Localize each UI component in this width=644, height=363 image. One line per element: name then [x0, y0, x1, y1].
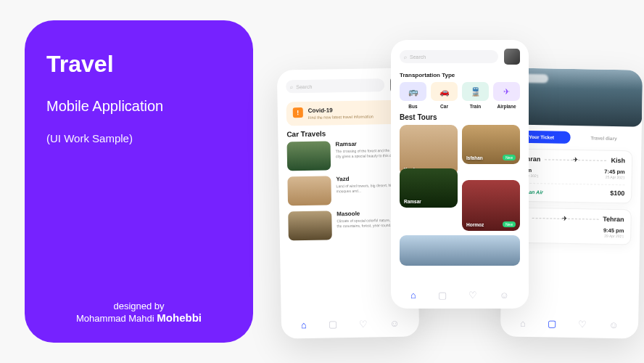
trip-card[interactable]: Ramsar The crossing of the forest and th…: [287, 140, 408, 171]
nav-home-icon[interactable]: ⌂: [301, 319, 307, 330]
transport-label: Car: [431, 104, 458, 109]
promo-tag: (UI Work Sample): [46, 132, 231, 144]
search-placeholder: Search: [296, 83, 312, 89]
search-input[interactable]: ⌕ Search: [286, 78, 384, 93]
arr-date: 25 Apr 2021: [604, 175, 624, 179]
transport-bus[interactable]: 🚌: [400, 82, 426, 101]
tour-card[interactable]: Ramsar: [400, 168, 458, 208]
arr-time: 7:45 pm: [604, 168, 625, 175]
transport-label: Train: [462, 104, 489, 109]
ticket-card[interactable]: ish ✈ Tehran 9:45 pm 29 Apr 2021: [511, 208, 632, 245]
nav-home-icon[interactable]: ⌂: [410, 290, 416, 301]
section-transportation: Transportation Type: [400, 72, 520, 78]
credit-block: designed by Mohammad Mahdi Mohebbi: [46, 301, 231, 324]
covid-desc: Find the new latest travel information: [308, 114, 373, 120]
credit-prefix: designed by: [46, 301, 231, 311]
phone-best-tours: ⌕ Search Transportation Type 🚌 🚗 🚆 ✈ Bus…: [391, 40, 529, 309]
arr-time: 9:45 pm: [603, 227, 624, 234]
bottom-nav: ⌂ ▢ ♡ ☺: [290, 314, 410, 335]
transport-airplane[interactable]: ✈: [493, 82, 520, 101]
ticket-price: $100: [610, 189, 624, 197]
tour-card[interactable]: [400, 235, 520, 266]
airplane-icon: ✈: [503, 87, 510, 97]
arr-date: 29 Apr 2021: [603, 234, 624, 238]
ticket-card[interactable]: Tehran ✈ Kish 6 pm 25 Apr 2021 7:45 pm 2…: [511, 149, 632, 204]
nav-home-icon[interactable]: ⌂: [520, 317, 526, 328]
nav-briefcase-icon[interactable]: ▢: [548, 318, 556, 329]
plane-icon: ✈: [562, 214, 568, 221]
nav-briefcase-icon[interactable]: ▢: [438, 290, 447, 301]
nav-profile-icon[interactable]: ☺: [500, 290, 509, 301]
tour-label: Hormoz: [466, 222, 484, 227]
trip-thumbnail: [288, 211, 332, 240]
transport-car[interactable]: 🚗: [431, 82, 458, 101]
transport-label: Bus: [400, 104, 426, 109]
nav-briefcase-icon[interactable]: ▢: [329, 319, 337, 330]
tour-card[interactable]: Isfahan New: [462, 125, 520, 164]
to-city: Tehran: [603, 216, 624, 224]
tour-card[interactable]: Hormoz New: [462, 180, 520, 231]
promo-subtitle: Mobile Application: [46, 98, 231, 115]
promo-card: Travel Mobile Application (UI Work Sampl…: [25, 20, 253, 343]
search-icon: ⌕: [290, 84, 293, 89]
transport-train[interactable]: 🚆: [462, 82, 489, 101]
nav-favorites-icon[interactable]: ♡: [468, 290, 477, 301]
nav-favorites-icon[interactable]: ♡: [359, 318, 368, 329]
train-icon: 🚆: [471, 87, 481, 97]
new-badge: New: [503, 221, 516, 227]
section-car-travels: Car Travels: [286, 129, 407, 139]
tour-label: Isfahan: [466, 155, 483, 160]
avatar[interactable]: [504, 49, 520, 65]
transport-label: Airplane: [493, 104, 520, 109]
bus-icon: 🚌: [408, 87, 418, 97]
author-first: Mohammad Mahdi: [76, 313, 154, 324]
author-last: Mohebbi: [157, 311, 202, 324]
nav-profile-icon[interactable]: ☺: [389, 317, 400, 328]
plane-icon: ✈: [573, 156, 579, 163]
nav-profile-icon[interactable]: ☺: [609, 319, 619, 330]
bottom-nav: ⌂ ▢ ♡ ☺: [400, 285, 520, 304]
search-placeholder: Search: [410, 54, 426, 60]
to-city: Kish: [611, 157, 625, 164]
new-badge: New: [503, 155, 516, 160]
trip-thumbnail: [287, 176, 331, 205]
covid-banner[interactable]: ! Covid-19 Find the new latest travel in…: [286, 100, 408, 126]
search-icon: ⌕: [404, 54, 407, 60]
covid-title: Covid-19: [308, 106, 373, 114]
promo-title: Travel: [46, 51, 231, 78]
tab-travel-diary[interactable]: Travel diary: [574, 131, 632, 144]
car-icon: 🚗: [439, 87, 450, 97]
alert-icon: !: [293, 107, 303, 118]
bottom-nav: ⌂ ▢ ♡ ☺: [509, 314, 629, 335]
trip-thumbnail: [287, 141, 331, 171]
tour-label: Ramsar: [404, 199, 421, 204]
nav-favorites-icon[interactable]: ♡: [578, 319, 587, 330]
section-best-tours: Best Tours: [400, 113, 520, 121]
search-input[interactable]: ⌕ Search: [400, 50, 498, 63]
